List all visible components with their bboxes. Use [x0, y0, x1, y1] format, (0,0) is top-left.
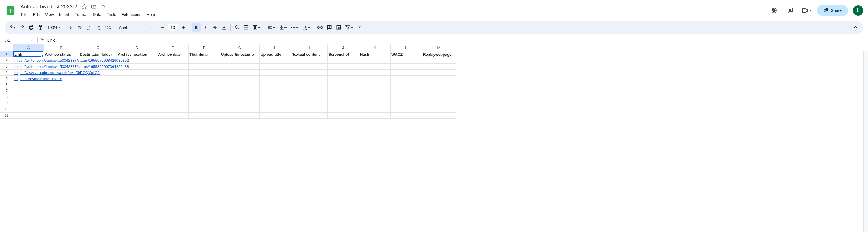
row-header-2[interactable]: 2: [0, 58, 13, 64]
column-header-B[interactable]: B: [44, 44, 79, 51]
decrease-decimal-button[interactable]: .0: [85, 23, 94, 32]
cell[interactable]: [291, 106, 328, 112]
cell[interactable]: [422, 88, 456, 94]
filter-button[interactable]: [344, 23, 355, 32]
cell[interactable]: [220, 112, 260, 119]
cell[interactable]: [391, 88, 422, 94]
cell[interactable]: [220, 106, 260, 112]
cell[interactable]: [117, 112, 157, 119]
column-header-J[interactable]: J: [328, 44, 359, 51]
borders-button[interactable]: [242, 23, 250, 32]
cell[interactable]: [328, 82, 359, 88]
cell[interactable]: [157, 70, 189, 76]
cell[interactable]: [157, 94, 189, 100]
cell[interactable]: https://twitter.com/Jamiewa50042387/stat…: [13, 64, 44, 70]
cell[interactable]: [260, 64, 291, 70]
cell[interactable]: [79, 88, 117, 94]
doc-title[interactable]: Auto archive test 2023-2: [19, 3, 79, 10]
cell[interactable]: [260, 88, 291, 94]
cell[interactable]: [359, 112, 391, 119]
cell[interactable]: [220, 58, 260, 64]
cell[interactable]: [391, 82, 422, 88]
column-header-I[interactable]: I: [291, 44, 328, 51]
cell[interactable]: Upload title: [260, 51, 291, 58]
zoom-select[interactable]: 100%: [45, 25, 62, 30]
cell[interactable]: [291, 112, 328, 119]
row-header-7[interactable]: 7: [0, 88, 13, 94]
decrease-font-size-button[interactable]: [158, 23, 166, 32]
cell[interactable]: [328, 70, 359, 76]
cell[interactable]: [220, 64, 260, 70]
cell[interactable]: Archive location: [117, 51, 157, 58]
cell[interactable]: Textual content: [291, 51, 328, 58]
column-header-A[interactable]: A: [13, 44, 44, 51]
cell[interactable]: [328, 100, 359, 106]
insert-chart-button[interactable]: [334, 23, 343, 32]
cell[interactable]: [79, 112, 117, 119]
share-button[interactable]: Share: [817, 5, 848, 16]
cell[interactable]: [44, 112, 79, 119]
font-select[interactable]: Arial: [116, 25, 154, 30]
column-header-C[interactable]: C: [79, 44, 117, 51]
menu-file[interactable]: File: [19, 11, 30, 18]
cell[interactable]: [359, 58, 391, 64]
cell[interactable]: [391, 76, 422, 82]
cell[interactable]: [189, 76, 220, 82]
row-header-9[interactable]: 9: [0, 100, 13, 106]
insert-comment-button[interactable]: [325, 23, 334, 32]
cell[interactable]: [422, 70, 456, 76]
cell[interactable]: [220, 100, 260, 106]
cell[interactable]: [157, 82, 189, 88]
cell[interactable]: [391, 70, 422, 76]
redo-button[interactable]: [18, 23, 26, 32]
paint-format-button[interactable]: [36, 23, 45, 32]
expand-toolbar-button[interactable]: [851, 23, 860, 32]
cell[interactable]: [157, 76, 189, 82]
cell[interactable]: [260, 70, 291, 76]
merge-cells-button[interactable]: [251, 23, 262, 32]
cell[interactable]: WACZ: [391, 51, 422, 58]
strikethrough-button[interactable]: S: [211, 23, 219, 32]
cell[interactable]: [359, 70, 391, 76]
cell[interactable]: [291, 88, 328, 94]
row-header-5[interactable]: 5: [0, 76, 13, 82]
cell[interactable]: [220, 70, 260, 76]
cell[interactable]: [117, 76, 157, 82]
cloud-icon[interactable]: [100, 4, 106, 10]
currency-button[interactable]: $: [66, 23, 75, 32]
cell[interactable]: [291, 76, 328, 82]
undo-button[interactable]: [8, 23, 17, 32]
cell[interactable]: [220, 76, 260, 82]
increase-font-size-button[interactable]: [179, 23, 188, 32]
column-header-D[interactable]: D: [117, 44, 157, 51]
cell[interactable]: [359, 82, 391, 88]
move-icon[interactable]: [91, 4, 96, 10]
column-header-H[interactable]: H: [260, 44, 291, 51]
bold-button[interactable]: B: [192, 23, 200, 32]
formula-input[interactable]: Link: [47, 38, 866, 42]
cell[interactable]: [79, 76, 117, 82]
cell[interactable]: [157, 58, 189, 64]
cell[interactable]: [44, 106, 79, 112]
cell[interactable]: [189, 58, 220, 64]
cell[interactable]: [189, 112, 220, 119]
cell[interactable]: [328, 106, 359, 112]
font-size-input[interactable]: [167, 24, 178, 31]
cell[interactable]: [291, 64, 328, 70]
insert-link-button[interactable]: [316, 23, 324, 32]
cell[interactable]: [220, 94, 260, 100]
cell[interactable]: [359, 88, 391, 94]
cell[interactable]: [291, 70, 328, 76]
cell[interactable]: [44, 88, 79, 94]
history-icon[interactable]: [768, 5, 780, 16]
cell[interactable]: Link: [13, 51, 44, 58]
cell[interactable]: [117, 70, 157, 76]
menu-tools[interactable]: Tools: [104, 11, 119, 18]
print-button[interactable]: [27, 23, 36, 32]
menu-extensions[interactable]: Extensions: [119, 11, 144, 18]
cell[interactable]: [391, 94, 422, 100]
vertical-align-button[interactable]: [277, 23, 288, 32]
cell[interactable]: [359, 100, 391, 106]
text-rotation-button[interactable]: A: [301, 23, 312, 32]
cell[interactable]: [44, 94, 79, 100]
